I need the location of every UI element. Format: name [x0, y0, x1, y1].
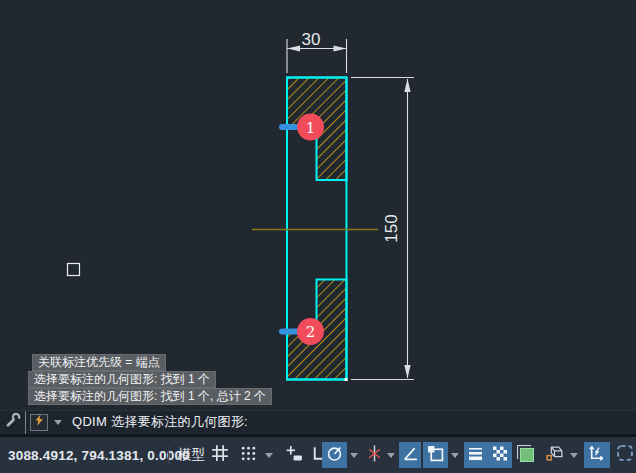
grid-toggle-button[interactable] [207, 442, 233, 468]
transparency-button[interactable] [488, 442, 512, 468]
polar-tracking-icon [326, 445, 343, 466]
selection-preview-button[interactable] [613, 442, 636, 468]
svg-text:1: 1 [306, 119, 316, 137]
command-history-line: 关联标注优先级 = 端点 [32, 354, 166, 371]
polar-tracking-button[interactable] [322, 442, 347, 468]
object-snap-button[interactable] [423, 442, 448, 468]
command-prompt-input[interactable]: QDIM 选择要标注的几何图形: [72, 413, 248, 431]
wrench-icon [5, 412, 21, 432]
command-history-line: 选择要标注的几何图形: 找到 1 个, 总计 2 个 [28, 388, 272, 405]
dynamic-ucs-button[interactable] [584, 442, 610, 468]
command-line-bar[interactable]: QDIM 选择要标注的几何图形: [0, 410, 636, 433]
snap-icon [240, 445, 257, 466]
definition-point [345, 378, 348, 381]
isometric-drafting-button[interactable] [399, 442, 421, 468]
lineweight-button[interactable] [464, 442, 488, 468]
3d-object-snap-caret-icon[interactable] [570, 442, 578, 468]
object-snap-icon [427, 445, 444, 466]
model-space-canvas[interactable]: 30 150 1 2 [0, 0, 636, 410]
dimension-width-value: 30 [302, 30, 321, 49]
dynamic-input-icon [285, 445, 303, 466]
dimension-height[interactable]: 150 [351, 78, 414, 380]
model-space-button[interactable]: 模型 [174, 437, 209, 473]
3d-object-snap-button[interactable] [543, 442, 565, 468]
recent-commands-caret-icon[interactable] [54, 420, 62, 425]
cad-application-window: 30 150 1 2 关联标注优先级 = 端点 选择要标注的几何图形: 找到 1… [0, 0, 636, 473]
selection-preview-icon [616, 444, 634, 466]
statusbar-separator [168, 446, 169, 464]
selection-cycling-button[interactable] [516, 442, 538, 468]
polar-tracking-caret-icon[interactable] [350, 442, 358, 468]
grid-icon [211, 444, 229, 466]
selection-badge-2: 2 [297, 318, 324, 345]
command-history-line: 选择要标注的几何图形: 找到 1 个 [28, 371, 216, 388]
snap-toggle-button[interactable] [237, 442, 259, 468]
dynamic-input-button[interactable] [283, 442, 305, 468]
dynamic-ucs-icon [588, 444, 606, 466]
svg-text:2: 2 [306, 323, 316, 341]
selection-badge-1: 1 [297, 114, 324, 141]
dimension-height-value: 150 [382, 214, 401, 242]
recent-commands-icon [33, 413, 45, 431]
status-bar: 3088.4912, 794.1381, 0.0000 模型 [0, 437, 636, 473]
pickbox-cursor[interactable] [68, 264, 80, 276]
3d-object-snap-icon [545, 444, 564, 466]
object-snap-tracking-button[interactable] [364, 442, 384, 468]
object-snap-tracking-icon [366, 445, 383, 466]
command-line-customize-button[interactable] [0, 411, 26, 434]
coordinates-display[interactable]: 3088.4912, 794.1381, 0.0000 [8, 437, 190, 473]
lineweight-icon [468, 445, 484, 466]
object-snap-tracking-caret-icon[interactable] [387, 442, 395, 468]
selection-cycling-icon [520, 448, 534, 462]
snap-caret-icon[interactable] [265, 442, 273, 468]
isometric-drafting-icon [402, 445, 419, 466]
transparency-icon [492, 445, 508, 466]
dimension-width[interactable]: 30 [287, 30, 347, 73]
recent-commands-button[interactable] [30, 414, 48, 431]
object-snap-caret-icon[interactable] [451, 442, 459, 468]
